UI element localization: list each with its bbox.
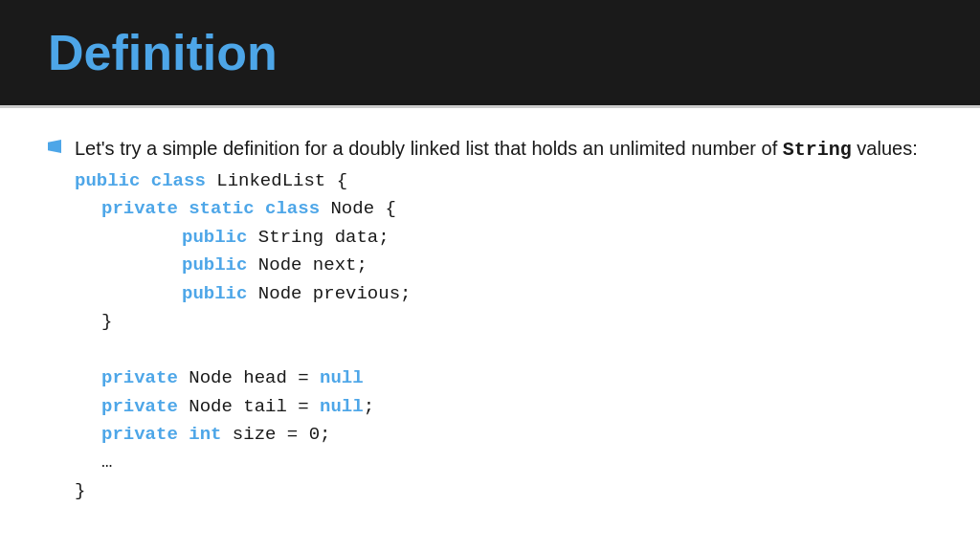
code-line-12: } bbox=[75, 477, 918, 505]
bullet-marker-icon bbox=[48, 140, 61, 153]
code-block: public class LinkedList { private static… bbox=[75, 167, 918, 505]
code-line-11: … bbox=[75, 449, 918, 476]
code-line-8: private Node head = null bbox=[75, 364, 918, 392]
slide: Definition Let's try a simple definition… bbox=[0, 0, 980, 551]
code-line-6: } bbox=[75, 308, 918, 336]
code-line-9: private Node tail = null; bbox=[75, 393, 918, 421]
slide-content: Let's try a simple definition for a doub… bbox=[0, 108, 980, 551]
code-line-7 bbox=[75, 337, 918, 364]
code-line-2: private static class Node { bbox=[75, 195, 918, 223]
bullet-item: Let's try a simple definition for a doub… bbox=[48, 135, 932, 505]
code-line-10: private int size = 0; bbox=[75, 421, 918, 449]
slide-header: Definition bbox=[0, 0, 980, 105]
bullet-text: Let's try a simple definition for a doub… bbox=[75, 135, 918, 505]
code-line-3: public String data; bbox=[75, 224, 918, 252]
code-line-1: public class LinkedList { bbox=[75, 167, 918, 195]
bullet-text-before: Let's try a simple definition for a doub… bbox=[75, 138, 918, 159]
code-line-5: public Node previous; bbox=[75, 280, 918, 308]
page-title: Definition bbox=[48, 24, 278, 81]
code-line-4: public Node next; bbox=[75, 252, 918, 279]
